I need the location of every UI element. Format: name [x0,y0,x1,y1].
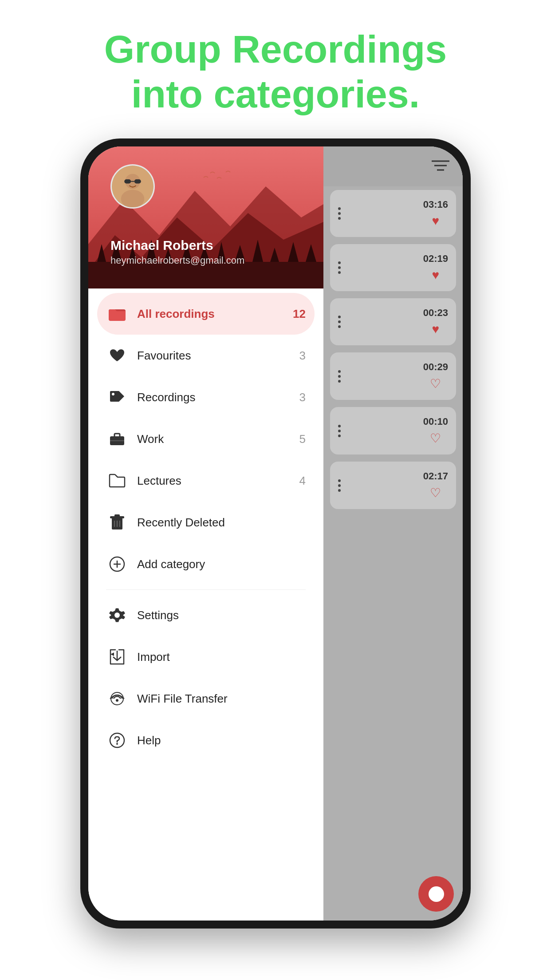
recording-card-5[interactable]: 00:10 ♡ [330,407,456,454]
profile-header: Michael Roberts heymichaelroberts@gmail.… [88,146,323,288]
lectures-label: Lectures [137,474,299,488]
lectures-count: 4 [299,474,306,488]
card-right-1: 03:16 ♥ [423,199,448,228]
svg-point-40 [111,692,123,705]
profile-name: Michael Roberts [110,238,244,253]
card-right-3: 00:23 ♥ [423,307,448,336]
import-icon [106,646,128,668]
recording-card-4[interactable]: 00:29 ♡ [330,352,456,400]
recording-time-3: 00:23 [423,307,448,319]
dot [338,484,341,487]
menu-list: All recordings 12 Favourites 3 [88,288,323,921]
record-button-inner [429,886,444,902]
dot [338,261,341,264]
svg-rect-21 [134,179,141,183]
sidebar-item-work[interactable]: Work 5 [88,418,323,460]
recording-time-6: 02:17 [423,470,448,482]
dot [338,320,341,323]
menu-divider-1 [106,589,306,590]
trash-icon [106,511,128,533]
svg-point-41 [116,699,118,702]
recording-card-2[interactable]: 02:19 ♥ [330,244,456,291]
card-options-1[interactable] [338,207,341,220]
phone-inner: Michael Roberts heymichaelroberts@gmail.… [88,146,463,921]
recording-card-1[interactable]: 03:16 ♥ [330,190,456,237]
card-options-5[interactable] [338,425,341,437]
sidebar-item-help[interactable]: Help [88,719,323,761]
sidebar-item-favourites[interactable]: Favourites 3 [88,335,323,376]
plus-circle-icon [106,553,128,575]
card-options-2[interactable] [338,261,341,274]
card-options-4[interactable] [338,370,341,383]
briefcase-icon [106,428,128,450]
svg-rect-30 [114,514,120,517]
heart-button-6[interactable]: ♡ [430,486,441,500]
card-right-2: 02:19 ♥ [423,253,448,282]
recording-time-1: 03:16 [423,199,448,210]
drawer-panel: Michael Roberts heymichaelroberts@gmail.… [88,146,323,921]
recordings-label: Recordings [137,391,299,404]
dot [338,266,341,269]
headline-line1: Group Recordings [104,27,447,71]
filter-sort-icon[interactable] [432,158,449,174]
favourites-label: Favourites [137,349,299,363]
sidebar-item-add-category[interactable]: Add category [88,543,323,585]
phone-shell: Michael Roberts heymichaelroberts@gmail.… [80,138,471,929]
dot [338,435,341,437]
recording-time-5: 00:10 [423,416,448,427]
sidebar-item-wifi-transfer[interactable]: WiFi File Transfer [88,678,323,719]
dot [338,212,341,215]
recording-card-6[interactable]: 02:17 ♡ [330,462,456,509]
tag-icon [106,386,128,408]
recently-deleted-label: Recently Deleted [137,516,306,530]
recording-time-4: 00:29 [423,361,448,373]
heart-button-3[interactable]: ♥ [432,322,440,336]
headline-period: . [409,72,420,116]
dot [338,217,341,220]
import-label: Import [137,650,306,664]
work-label: Work [137,432,299,446]
help-label: Help [137,734,306,747]
svg-point-25 [112,393,114,395]
sidebar-item-import[interactable]: Import [88,636,323,678]
dot [338,370,341,373]
card-right-6: 02:17 ♡ [423,470,448,500]
card-options-3[interactable] [338,316,341,328]
heart-button-1[interactable]: ♥ [432,214,440,228]
record-button[interactable] [418,876,454,912]
sidebar-item-all-recordings[interactable]: All recordings 12 [97,293,315,335]
right-panel-header [323,146,463,186]
folder-open-icon [106,303,128,325]
card-options-6[interactable] [338,479,341,492]
dot [338,380,341,383]
heart-button-2[interactable]: ♥ [432,268,440,282]
profile-info: Michael Roberts heymichaelroberts@gmail.… [110,238,244,266]
recording-time-2: 02:19 [423,253,448,265]
wifi-icon [106,688,128,710]
card-right-5: 00:10 ♡ [423,416,448,446]
sidebar-item-recordings[interactable]: Recordings 3 [88,376,323,418]
dot [338,375,341,378]
heart-button-4[interactable]: ♡ [430,376,441,391]
settings-label: Settings [137,609,306,622]
headline-line2-plain: into [131,72,214,116]
avatar [110,164,155,209]
svg-point-43 [116,743,118,745]
sidebar-item-settings[interactable]: Settings [88,594,323,636]
headline-categories: categories [214,72,409,116]
page-headline: Group Recordings into categories. [104,27,447,116]
dot [338,479,341,482]
gear-icon [106,604,128,626]
sidebar-item-recently-deleted[interactable]: Recently Deleted [88,502,323,543]
sidebar-item-lectures[interactable]: Lectures 4 [88,460,323,502]
dot [338,207,341,210]
recordings-count: 3 [299,391,306,404]
heart-button-5[interactable]: ♡ [430,431,441,446]
profile-email: heymichaelroberts@gmail.com [110,255,244,266]
recording-card-3[interactable]: 00:23 ♥ [330,298,456,345]
favourites-count: 3 [299,349,306,363]
dot [338,325,341,328]
wifi-transfer-label: WiFi File Transfer [137,692,306,706]
all-recordings-count: 12 [293,307,306,321]
work-count: 5 [299,432,306,446]
